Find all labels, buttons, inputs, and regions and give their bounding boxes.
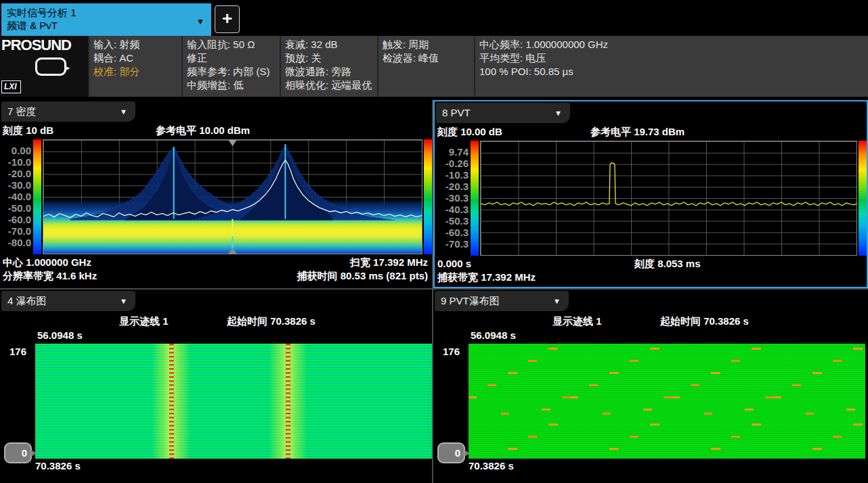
avg-type-setting: 平均类型: 电压 [479, 51, 864, 65]
pvt-colorbar-right [859, 141, 867, 256]
app-tab-line2: 频谱 & PvT [7, 19, 206, 32]
uw-path-setting: 微波通路: 旁路 [285, 65, 373, 78]
y-tick-label: 0.00 [0, 145, 31, 156]
if-gain-setting: 中频增益: 低 [187, 78, 276, 92]
density-acq-time[interactable]: 捕获时间 80.53 ms (821 pts) [297, 270, 428, 283]
detector-setting: 检波器: 峰值 [383, 51, 470, 65]
remote-display-icon: ➤ [35, 58, 66, 76]
atten-setting: 衰减: 32 dB [285, 38, 373, 51]
density-spectrum-graphic [43, 140, 422, 254]
signal-stripe [286, 344, 290, 459]
y-tick-label: -70.3 [435, 239, 469, 250]
preamp-setting: 预放: 关 [285, 51, 373, 65]
y-tick-label: -30.0 [0, 180, 31, 191]
waterfall-trace-label[interactable]: 显示迹线 1 [119, 315, 169, 328]
chevron-down-icon: ▼ [120, 291, 127, 311]
y-tick-label: 9.74 [435, 147, 469, 158]
input-settings-block[interactable]: 输入: 射频 耦合: AC 校准: 部分 [88, 36, 181, 97]
y-tick-label: -10.0 [0, 157, 31, 168]
density-span[interactable]: 扫宽 17.392 MHz [350, 256, 428, 269]
waterfall-bottom-time: 70.3826 s [35, 460, 81, 472]
density-ref-level-label[interactable]: 参考电平 10.00 dBm [156, 124, 250, 137]
coupling-setting: 耦合: AC [93, 51, 177, 65]
pvt-window-selector[interactable]: 8 PVT ▼ [436, 103, 570, 123]
y-tick-label: -30.3 [435, 193, 469, 204]
freq-settings-block[interactable]: 中心频率: 1.000000000 GHz 平均类型: 电压 100 % POI… [474, 36, 868, 97]
pvt-start-time[interactable]: 0.000 s [437, 258, 471, 269]
waterfall-top-time: 56.0948 s [37, 329, 83, 341]
add-tab-button[interactable]: + [215, 5, 240, 33]
pvt-ref-level-label[interactable]: 参考电平 19.73 dBm [590, 126, 685, 139]
brand-block: PROSUND ➤ LXI [0, 36, 88, 97]
pvt-waterfall-bottom-time: 70.3826 s [469, 460, 514, 472]
brand-logo: PROSUND [1, 37, 71, 54]
atten-settings-block[interactable]: 衰减: 32 dB 预放: 关 微波通路: 旁路 相噪优化: 远端最优 [280, 36, 377, 97]
signal-stripe [169, 344, 174, 459]
pvt-trace-graphic [481, 141, 856, 255]
chevron-down-icon: ▼ [555, 103, 562, 123]
waterfall-trace-handle[interactable]: 0 [4, 442, 32, 463]
y-tick-label: -20.3 [435, 181, 469, 192]
density-scale-label[interactable]: 刻度 10 dB [3, 124, 53, 137]
input-setting: 输入: 射频 [93, 38, 177, 51]
density-panel: 7 密度 ▼ 刻度 10 dB 参考电平 10.00 dBm 0.00 -10.… [0, 100, 432, 288]
y-tick-label: -50.3 [435, 216, 469, 227]
pvt-plot-area[interactable] [480, 141, 857, 256]
pvt-waterfall-trace-handle[interactable]: 0 [437, 442, 465, 463]
density-colorbar-right [424, 139, 432, 254]
pulse-dashes-graphic [469, 344, 865, 459]
density-window-selector[interactable]: 7 密度 ▼ [1, 101, 135, 122]
pvt-panel: 8 PVT ▼ 刻度 10.00 dB 参考电平 19.73 dBm 9.74 … [433, 100, 868, 288]
phase-noise-setting: 相噪优化: 远端最优 [285, 78, 373, 92]
pvt-colorbar-left [471, 141, 479, 256]
trigger-settings-block[interactable]: 触发: 周期 检波器: 峰值 [377, 36, 474, 97]
trigger-marker-top [229, 140, 237, 146]
pvt-waterfall-start-time-label[interactable]: 起始时间 70.3826 s [660, 315, 749, 328]
chevron-down-icon: ▼ [120, 101, 127, 122]
y-tick-label: -10.3 [435, 170, 469, 181]
freq-ref-setting: 频率参考: 内部 (S) [187, 65, 276, 78]
pvt-window-title: 8 PVT [442, 107, 471, 118]
density-rbw[interactable]: 分辨率带宽 41.6 kHz [3, 270, 97, 283]
y-tick-label: -70.0 [0, 226, 31, 237]
waterfall-plot-area[interactable] [35, 344, 432, 459]
density-colorbar-left [33, 139, 41, 254]
pvt-waterfall-window-selector[interactable]: 9 PVT瀑布图 ▼ [435, 291, 569, 311]
pvt-waterfall-panel: 9 PVT瀑布图 ▼ 显示迹线 1 起始时间 70.3826 s 56.0948… [433, 290, 868, 483]
density-y-axis: 0.00 -10.0 -20.0 -30.0 -40.0 -50.0 -60.0… [0, 139, 31, 254]
lxi-logo: LXI [1, 80, 21, 93]
center-freq-setting: 中心频率: 1.000000000 GHz [479, 38, 864, 51]
y-tick-label: -40.3 [435, 204, 469, 215]
y-tick-label: -60.0 [0, 214, 31, 225]
y-tick-label: -80.0 [0, 237, 31, 248]
pvt-waterfall-row-count: 176 [443, 346, 460, 357]
waterfall-window-selector[interactable]: 4 瀑布图 ▼ [1, 291, 135, 311]
app-tab-line1: 实时信号分析 1 [7, 6, 206, 19]
waterfall-row-count: 176 [9, 346, 26, 357]
pvt-time-scale[interactable]: 刻度 8.053 ms [634, 258, 701, 271]
app-tab[interactable]: 实时信号分析 1 频谱 & PvT ▼ [1, 3, 211, 36]
pvt-waterfall-window-title: 9 PVT瀑布图 [441, 295, 500, 306]
y-tick-label: -40.0 [0, 191, 31, 202]
waterfall-window-title: 4 瀑布图 [7, 295, 47, 306]
poi-setting: 100 % POI: 50.85 µs [479, 65, 864, 78]
impedance-settings-block[interactable]: 输入阻抗: 50 Ω 修正 频率参考: 内部 (S) 中频增益: 低 [181, 36, 280, 97]
chevron-down-icon: ▼ [196, 16, 204, 28]
chevron-down-icon: ▼ [553, 291, 561, 311]
pvt-y-axis: 9.74 -0.26 -10.3 -20.3 -30.3 -40.3 -50.3… [435, 141, 469, 256]
waterfall-panel: 4 瀑布图 ▼ 显示迹线 1 起始时间 70.3826 s 56.0948 s … [0, 290, 432, 483]
density-window-title: 7 密度 [7, 106, 37, 117]
trigger-setting: 触发: 周期 [383, 38, 470, 51]
pvt-waterfall-top-time: 56.0948 s [471, 329, 516, 341]
density-plot-area[interactable] [43, 139, 422, 254]
correction-setting: 修正 [187, 51, 276, 65]
y-tick-label: -20.0 [0, 168, 31, 179]
impedance-setting: 输入阻抗: 50 Ω [187, 38, 276, 51]
waterfall-start-time-label[interactable]: 起始时间 70.3826 s [227, 315, 316, 328]
pvt-capture-bw[interactable]: 捕获带宽 17.392 MHz [437, 271, 536, 284]
pvt-waterfall-plot-area[interactable] [469, 344, 865, 459]
density-center-freq[interactable]: 中心 1.000000 GHz [3, 256, 91, 269]
pvt-scale-label[interactable]: 刻度 10.00 dB [437, 126, 502, 139]
pvt-waterfall-trace-label[interactable]: 显示迹线 1 [552, 315, 602, 328]
align-setting: 校准: 部分 [93, 65, 177, 78]
